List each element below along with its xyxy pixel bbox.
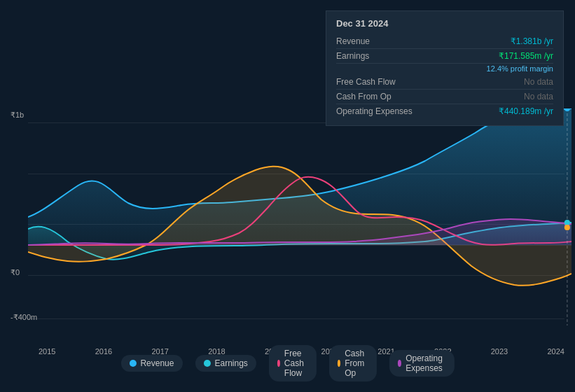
earnings-dot [564,220,570,225]
tooltip-row-revenue: Revenue ₹1.381b /yr [336,34,553,49]
tooltip-row-opex: Operating Expenses ₹440.189m /yr [336,104,553,118]
legend-earnings[interactable]: Earnings [195,355,256,372]
earnings-legend-label: Earnings [214,358,247,368]
profit-margin-row: 12.4% profit margin [336,64,553,75]
cashfromop-legend-dot [338,360,340,367]
revenue-label: Revenue [336,36,370,46]
x-label-2023: 2023 [491,347,508,356]
revenue-legend-dot [129,360,136,367]
legend: Revenue Earnings Free Cash Flow Cash Fro… [120,345,454,382]
fcf-legend-label: Free Cash Flow [284,349,308,378]
opex-legend-label: Operating Expenses [406,354,445,373]
opex-legend-dot [398,360,401,367]
opex-value: ₹440.189m /yr [499,106,553,116]
revenue-value: ₹1.381b /yr [511,36,553,46]
legend-cashfromop[interactable]: Cash From Op [329,345,377,382]
cashfromop-label: Cash From Op [336,92,392,102]
earnings-label: Earnings [336,51,369,61]
tooltip-row-earnings: Earnings ₹171.585m /yr [336,49,553,64]
tooltip-panel: Dec 31 2024 Revenue ₹1.381b /yr Earnings… [326,10,564,126]
revenue-legend-label: Revenue [140,358,174,368]
y-label-mid: ₹0 [11,268,20,277]
legend-opex[interactable]: Operating Expenses [389,350,455,377]
legend-fcf[interactable]: Free Cash Flow [269,345,317,382]
profit-margin-value: 12.4% profit margin [487,64,553,73]
chart-svg [28,108,571,326]
x-label-2024: 2024 [547,347,564,356]
x-label-2016: 2016 [95,347,112,356]
cashfromop-value: No data [524,92,553,102]
opex-label: Operating Expenses [336,106,413,116]
earnings-legend-dot [203,360,210,367]
x-label-2015: 2015 [39,347,55,356]
cashfromop-dot [564,225,570,230]
tooltip-row-fcf: Free Cash Flow No data [336,75,553,90]
fcf-value: No data [524,77,553,87]
cashfromop-legend-label: Cash From Op [345,349,368,378]
tooltip-date: Dec 31 2024 [336,18,553,29]
tooltip-row-cashfromop: Cash From Op No data [336,90,553,104]
fcf-label: Free Cash Flow [336,77,396,87]
fcf-legend-dot [277,360,280,367]
y-label-top: ₹1b [11,111,24,120]
earnings-value: ₹171.585m /yr [499,51,553,61]
legend-revenue[interactable]: Revenue [120,355,182,372]
